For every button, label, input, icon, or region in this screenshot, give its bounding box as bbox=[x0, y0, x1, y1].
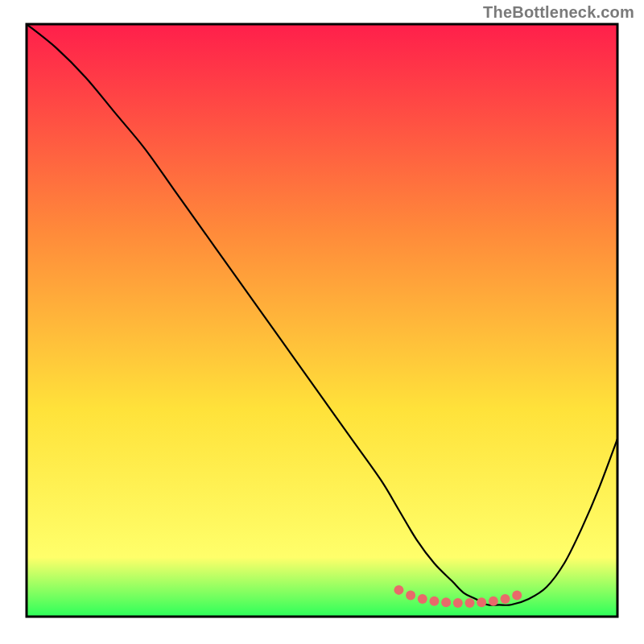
marker-dot bbox=[441, 597, 451, 607]
marker-dot bbox=[512, 591, 522, 601]
marker-dot bbox=[418, 594, 427, 604]
marker-dot bbox=[429, 597, 439, 606]
marker-dot bbox=[406, 591, 415, 601]
bottleneck-chart bbox=[0, 0, 644, 644]
marker-dot bbox=[489, 597, 498, 606]
chart-container: TheBottleneck.com bbox=[0, 0, 644, 644]
marker-dot bbox=[477, 597, 486, 607]
attribution-text: TheBottleneck.com bbox=[483, 3, 634, 22]
marker-dot bbox=[501, 594, 510, 604]
marker-dot bbox=[453, 598, 463, 608]
marker-dot bbox=[465, 598, 475, 608]
marker-dot bbox=[394, 585, 403, 595]
